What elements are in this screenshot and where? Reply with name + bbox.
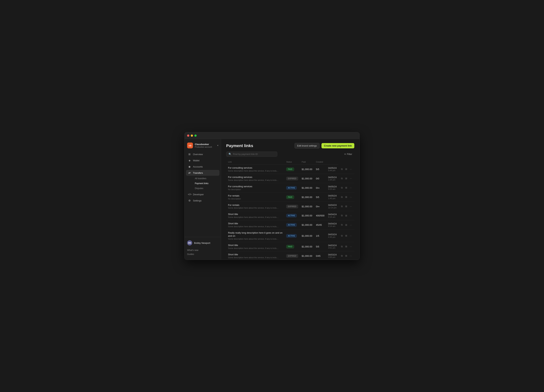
more-options-button[interactable]: ··· [349,254,353,258]
link-desc: No description [228,188,279,191]
qr-code-button[interactable]: ⊞ [344,254,348,258]
qr-code-button[interactable]: ⊞ [344,245,348,248]
copy-link-button[interactable]: ⧉ [340,245,343,249]
sidebar-item-all-transfers[interactable]: All transfers [193,176,219,181]
user-profile[interactable]: BN Bobby Newport [187,239,218,246]
settings-icon: ⚙ [188,199,191,202]
sidebar-item-developer[interactable]: </> Developer [186,191,219,197]
copy-link-button[interactable]: ⧉ [340,214,343,217]
sidebar-item-wallet[interactable]: ◈ Wallet [186,158,219,163]
copy-link-button[interactable]: ⧉ [340,254,343,258]
more-options-button[interactable]: ··· [349,234,353,238]
sidebar-item-label-developer: Developer [193,193,204,196]
row-actions: ⧉ ⊞ ··· [340,223,353,227]
row-actions: ⧉ ⊞ ··· [340,167,353,171]
sidebar-footer: BN Bobby Newport What's new Guides [184,237,221,257]
qr-code-button[interactable]: ⊞ [344,195,348,199]
paid-count: 5/5 [316,168,319,171]
more-options-button[interactable]: ··· [349,167,353,171]
qr-code-button[interactable]: ⊞ [344,234,348,238]
more-options-button[interactable]: ··· [349,214,353,217]
sidebar-item-payment-links[interactable]: Payment links [193,181,219,186]
link-title: Really really long description here it g… [228,231,283,238]
more-options-button[interactable]: ··· [349,223,353,227]
minimize-button[interactable] [191,135,193,137]
paid-count: 0/∞ [316,205,319,208]
search-input[interactable] [233,153,275,156]
qr-code-button[interactable]: ⊞ [344,167,348,171]
table-row[interactable]: Really really long description here it g… [226,230,354,242]
link-desc: Some description here about the service,… [228,225,279,228]
sidebar-item-settings[interactable]: ⚙ Settings [186,198,219,204]
filter-button[interactable]: ≡ Filter [342,152,354,157]
qr-code-button[interactable]: ⊞ [344,214,348,217]
amount: $1,000.00 [302,223,312,226]
copy-link-button[interactable]: ⧉ [340,176,343,181]
brand-name: Classbooker [195,143,215,146]
sidebar: cb Classbooker Production account ▾ ⊞ Ov… [184,139,221,260]
more-options-button[interactable]: ··· [349,176,353,180]
table-row[interactable]: For rentals No description PAID $1,000.0… [226,192,354,202]
table-row[interactable]: Short title Some description here about … [226,211,354,220]
table-row[interactable]: Short title Some description here about … [226,251,354,260]
qr-code-button[interactable]: ⊞ [344,186,348,190]
sidebar-item-overview[interactable]: ⊞ Overview [186,151,219,157]
created-time: 12:14 pm [328,207,337,209]
sidebar-item-disputes[interactable]: Disputes [193,186,219,191]
guides-link[interactable]: Guides [187,252,218,256]
copy-link-button[interactable]: ⧉ [340,195,343,199]
copy-link-button[interactable]: ⧉ [340,234,343,238]
status-badge: ACTIVE [286,186,297,190]
created-time: 5:44 pm [328,169,337,172]
table-row[interactable]: For consulting services Some description… [226,174,354,183]
table-row[interactable]: Short title Some description here about … [226,220,354,230]
edit-brand-settings-button[interactable]: Edit brand settings [295,143,320,149]
copy-link-button[interactable]: ⧉ [340,167,343,171]
amount: $1,000.00 [302,245,312,248]
chevron-down-icon: ▾ [217,144,218,147]
more-options-button[interactable]: ··· [349,195,353,199]
overview-icon: ⊞ [188,153,191,156]
created-time: 4:45 pm [328,236,337,238]
more-options-button[interactable]: ··· [349,205,353,208]
app-window: cb Classbooker Production account ▾ ⊞ Ov… [184,132,360,260]
filter-icon: ≡ [344,153,346,156]
table-row[interactable]: For consulting services Some description… [226,165,354,174]
status-badge: EXPIRED [286,177,298,180]
brand-switcher[interactable]: cb Classbooker Production account ▾ [184,141,221,151]
link-desc: No description [228,198,279,200]
more-options-button[interactable]: ··· [349,245,353,248]
copy-link-button[interactable]: ⧉ [340,205,343,208]
row-actions: ⧉ ⊞ ··· [340,214,353,217]
link-desc: Some description here about the service,… [228,238,279,240]
created-date: 04/05/24 [328,176,337,179]
table-row[interactable]: For consulting services No description A… [226,183,354,192]
close-button[interactable] [187,135,189,137]
table-row[interactable]: Short title Some description here about … [226,242,354,251]
titlebar [184,132,360,139]
more-options-button[interactable]: ··· [349,186,353,190]
whats-new-link[interactable]: What's new [187,248,218,252]
qr-code-button[interactable]: ⊞ [344,205,348,208]
created-time: 1:45 pm [328,197,337,199]
link-title: For consulting services [228,166,283,170]
table-row[interactable]: For rentals Some description here about … [226,202,354,211]
status-badge: EXPIRED [286,254,298,258]
create-payment-link-button[interactable]: Create new payment link [321,143,354,148]
paid-count: 400/500 [316,214,324,217]
sidebar-nav: ⊞ Overview ◈ Wallet ◉ Accounts ⇄ Transfe… [184,151,221,237]
qr-code-button[interactable]: ⊞ [344,223,348,227]
col-paid: Paid [300,159,314,165]
copy-link-button[interactable]: ⧉ [340,223,343,227]
created-time: 1:34 pm [328,179,337,181]
qr-code-button[interactable]: ⊞ [344,176,348,180]
created-time: 3:51 pm [328,247,337,249]
amount: $1,000.00 [302,205,312,208]
link-desc: Some description here about the service,… [228,256,279,259]
copy-link-button[interactable]: ⧉ [340,186,343,190]
row-actions: ⧉ ⊞ ··· [340,176,353,181]
sidebar-item-transfers[interactable]: ⇄ Transfers [186,170,219,176]
maximize-button[interactable] [195,135,197,137]
created-date: 04/03/24 [328,253,337,256]
sidebar-item-accounts[interactable]: ◉ Accounts [186,164,219,170]
